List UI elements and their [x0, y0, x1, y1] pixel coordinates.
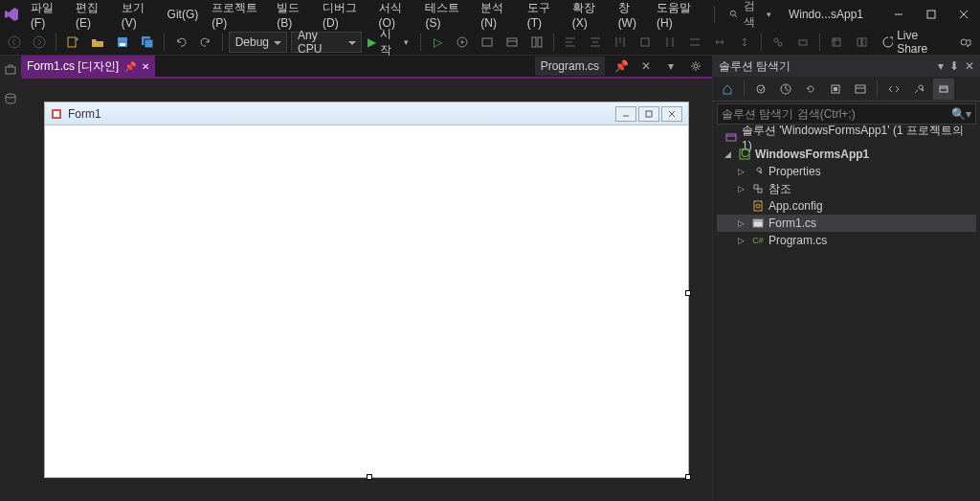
resize-handle-s[interactable]	[367, 474, 372, 480]
form-maximize-button[interactable]	[638, 106, 659, 122]
minimize-button[interactable]	[882, 0, 915, 29]
start-button[interactable]: ▶시작▾	[366, 32, 414, 53]
designer-surface[interactable]: Form1	[21, 79, 712, 501]
expander-icon[interactable]: ▷	[738, 218, 747, 228]
misc-button-3[interactable]	[826, 32, 847, 53]
expander-icon[interactable]: ▷	[738, 184, 747, 194]
code-icon[interactable]	[883, 79, 904, 100]
live-share-button[interactable]: Live Share	[876, 29, 951, 56]
svg-rect-3	[927, 11, 935, 18]
menu-build[interactable]: 빌드(B)	[270, 2, 316, 27]
misc-button-1[interactable]	[768, 32, 789, 53]
search-box[interactable]: 검색 ▾	[722, 0, 779, 31]
toolbox-icon[interactable]	[0, 59, 21, 80]
svg-point-7	[33, 36, 45, 48]
pt-icon-1[interactable]	[750, 79, 771, 100]
refresh-icon[interactable]	[800, 79, 821, 100]
nav-back-button[interactable]	[4, 32, 25, 53]
expander-icon[interactable]: ▷	[738, 167, 747, 176]
tree-appconfig[interactable]: App.config	[717, 197, 976, 215]
misc-button-4[interactable]	[851, 32, 872, 53]
feedback-icon[interactable]	[955, 32, 976, 53]
redo-button[interactable]	[195, 32, 216, 53]
maximize-button[interactable]	[915, 0, 947, 29]
divider	[164, 34, 165, 51]
tree-references[interactable]: ▷ 참조	[717, 180, 976, 197]
tool-button-2[interactable]	[501, 32, 523, 53]
step-button[interactable]	[452, 32, 473, 53]
properties-icon[interactable]	[908, 79, 929, 100]
platform-dropdown[interactable]: Any CPU	[291, 32, 362, 53]
menu-analyze[interactable]: 분석(N)	[474, 2, 520, 27]
tree-program[interactable]: ▷ C# Program.cs	[717, 232, 976, 249]
tree-properties[interactable]: ▷ Properties	[717, 163, 976, 180]
svg-line-55	[915, 90, 918, 93]
start-no-debug-button[interactable]: ▷	[427, 32, 448, 53]
close-button[interactable]	[947, 0, 980, 29]
datasources-icon[interactable]	[0, 88, 21, 109]
tab-program[interactable]: Program.cs	[535, 57, 605, 76]
nav-fwd-button[interactable]	[29, 32, 50, 53]
form-title-text: Form1	[68, 107, 101, 121]
menu-extensions[interactable]: 확장(X)	[566, 2, 612, 27]
menu-git[interactable]: Git(G)	[161, 2, 206, 27]
undo-button[interactable]	[170, 32, 191, 53]
space-button-2[interactable]	[734, 32, 755, 53]
svg-rect-56	[940, 86, 947, 92]
align-button-2[interactable]	[585, 32, 606, 53]
menu-tools[interactable]: 도구(T)	[521, 2, 566, 27]
expander-icon[interactable]: ◢	[724, 149, 734, 159]
open-button[interactable]	[87, 32, 108, 53]
menu-edit[interactable]: 편집(E)	[69, 2, 115, 27]
menu-help[interactable]: 도움말(H)	[650, 2, 705, 27]
tab-pin-icon[interactable]: 📌	[611, 56, 632, 77]
expander-icon[interactable]: ▷	[738, 236, 747, 245]
panel-close-icon[interactable]: ✕	[965, 59, 974, 73]
tree-form1[interactable]: ▷ Form1.cs	[717, 215, 976, 232]
form-close-button[interactable]	[661, 106, 682, 122]
menu-debug[interactable]: 디버그(D)	[316, 2, 371, 27]
menu-window[interactable]: 창(W)	[612, 2, 650, 27]
menu-format[interactable]: 서식(O)	[372, 2, 419, 27]
align-button-4[interactable]	[635, 32, 656, 53]
menu-test[interactable]: 테스트(S)	[418, 2, 474, 27]
form-window[interactable]: Form1	[44, 102, 689, 478]
space-button-1[interactable]	[709, 32, 730, 53]
tab-form1-design[interactable]: Form1.cs [디자인] 📌 ✕	[21, 56, 155, 77]
pt-icon-3[interactable]	[825, 79, 846, 100]
search-icon: 🔍▾	[951, 107, 971, 121]
align-button-6[interactable]	[684, 32, 705, 53]
panel-pin-icon[interactable]: ⬇	[949, 59, 959, 73]
menu-file[interactable]: 파일(F)	[24, 2, 69, 27]
main-menu: 파일(F) 편집(E) 보기(V) Git(G) 프로젝트(P) 빌드(B) 디…	[24, 0, 706, 29]
pin-icon[interactable]: 📌	[124, 61, 136, 72]
panel-dropdown-icon[interactable]: ▾	[938, 59, 944, 73]
save-all-button[interactable]	[137, 32, 158, 53]
menu-view[interactable]: 보기(V)	[115, 2, 161, 27]
pt-icon-active[interactable]	[933, 79, 954, 100]
tab-gear-icon[interactable]	[685, 56, 706, 77]
svg-point-65	[756, 204, 760, 208]
new-button[interactable]	[62, 32, 83, 53]
menu-project[interactable]: 프로젝트(P)	[205, 2, 270, 27]
misc-button-2[interactable]	[792, 32, 813, 53]
tree-solution-root[interactable]: 솔루션 'WindowsFormsApp1' (1 프로젝트의 1)	[717, 128, 976, 146]
resize-handle-e[interactable]	[685, 290, 691, 296]
svg-rect-15	[482, 38, 492, 46]
save-button[interactable]	[112, 32, 133, 53]
close-icon[interactable]: ✕	[142, 61, 149, 72]
tab-close-icon[interactable]: ✕	[635, 56, 657, 77]
config-dropdown[interactable]: Debug	[229, 32, 287, 53]
tab-dropdown-icon[interactable]: ▾	[660, 56, 681, 77]
resize-handle-se[interactable]	[685, 474, 691, 480]
align-button-3[interactable]	[610, 32, 631, 53]
form-minimize-button[interactable]	[615, 106, 636, 122]
show-all-icon[interactable]	[850, 79, 871, 100]
panel-header[interactable]: 솔루션 탐색기 ▾ ⬇ ✕	[713, 56, 980, 77]
align-button-5[interactable]	[659, 32, 680, 53]
pt-icon-2[interactable]	[775, 79, 796, 100]
tool-button-3[interactable]	[526, 32, 547, 53]
align-button-1[interactable]	[560, 32, 581, 53]
tool-button-1[interactable]	[477, 32, 498, 53]
home-icon[interactable]	[717, 79, 738, 100]
